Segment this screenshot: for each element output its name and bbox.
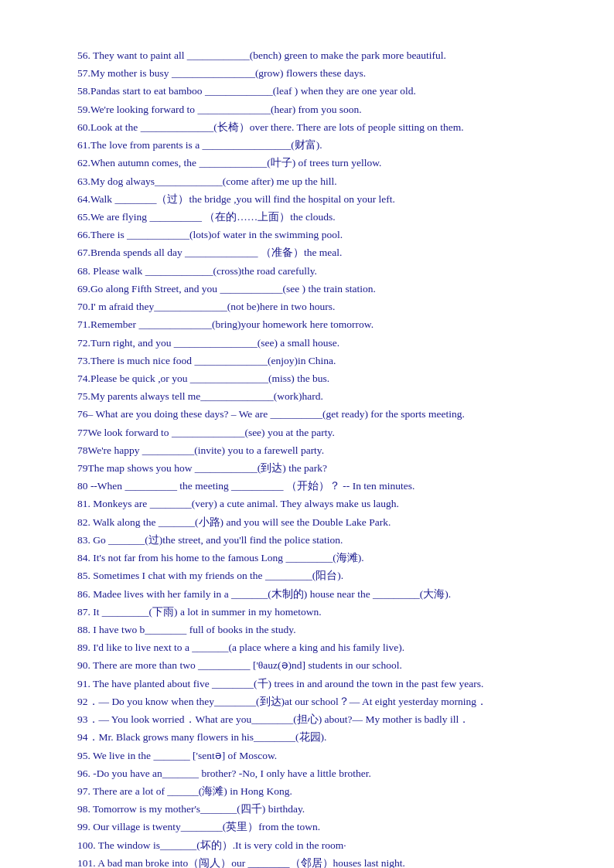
exercise-line: 81. Monkeys are ________(very) a cute an…: [77, 495, 552, 512]
exercise-line: 98. Tomorrow is my mother's_______(四千) b…: [77, 800, 552, 818]
exercise-line: 74.Please be quick ,or you _____________…: [77, 369, 552, 387]
exercise-line: 70.I' m afraid they______________(not be…: [77, 298, 552, 315]
exercise-line: 80 --When __________ the meeting _______…: [77, 477, 552, 495]
exercise-line: 82. Walk along the _______(小路) and you w…: [77, 513, 552, 531]
exercise-line: 68. Please walk _____________(cross)the …: [77, 262, 552, 280]
exercise-line: 85. Sometimes I chat with my friends on …: [77, 567, 552, 584]
exercise-line: 69.Go along Fifth Street, and you ______…: [77, 280, 552, 298]
exercise-line: 71.Remember ______________(bring)your ho…: [77, 315, 552, 333]
exercise-line: 65.We are flying __________ （在的……上面）the …: [77, 208, 552, 226]
exercise-line: 94．Mr. Black grows many flowers in his__…: [77, 728, 552, 746]
exercise-line: 97. There are a lot of ______(海滩) in Hon…: [77, 782, 552, 800]
exercise-line: 91. The have planted about five ________…: [77, 675, 552, 693]
exercise-line: 76– What are you doing these days? – We …: [77, 405, 552, 423]
exercise-line: 93．— You look worried．What are you______…: [77, 710, 552, 728]
exercise-line: 79The map shows you how ____________(到达)…: [77, 459, 552, 477]
exercise-line: 92．— Do you know when they________(到达)at…: [77, 693, 552, 710]
exercise-line: 78We're happy __________(invite) you to …: [77, 441, 552, 459]
exercise-line: 77We look forward to ______________(see)…: [77, 424, 552, 441]
exercise-line: 99. Our village is twenty________(英里）fro…: [77, 818, 552, 836]
exercise-line: 86. Madee lives with her family in a ___…: [77, 585, 552, 603]
exercise-line: 100. The window is_______(坏的）.It is very…: [77, 836, 552, 854]
exercise-line: 66.There is ____________(lots)of water i…: [77, 226, 552, 243]
exercise-line: 60.Look at the ______________(长椅）over th…: [77, 118, 552, 136]
exercise-line: 101. A bad man broke into（闯人）our _______…: [77, 854, 552, 868]
exercise-line: 87. It _________(下雨) a lot in summer in …: [77, 603, 552, 621]
main-content: 56. They want to paint all ____________(…: [77, 46, 552, 868]
exercise-line: 72.Turn right, and you ________________(…: [77, 334, 552, 352]
exercise-line: 96. -Do you have an_______ brother? -No,…: [77, 764, 552, 782]
exercise-line: 56. They want to paint all ____________(…: [77, 46, 552, 64]
exercise-line: 62.When autumn comes, the _____________(…: [77, 154, 552, 172]
exercise-line: 59.We're looking forward to ____________…: [77, 100, 552, 118]
exercise-line: 64.Walk ________（过）the bridge ,you will …: [77, 190, 552, 208]
exercise-line: 84. It's not far from his home to the fa…: [77, 549, 552, 567]
exercise-line: 95. We live in the _______ ['sentə] of M…: [77, 747, 552, 764]
exercise-line: 88. I have two b________ full of books i…: [77, 621, 552, 638]
exercise-line: 89. I'd like to live next to a _______(a…: [77, 638, 552, 656]
exercise-line: 75.My parents always tell me____________…: [77, 387, 552, 405]
exercise-line: 58.Pandas start to eat bamboo __________…: [77, 82, 552, 100]
exercise-line: 63.My dog always_____________(come after…: [77, 172, 552, 190]
exercise-line: 61.The love from parents is a __________…: [77, 136, 552, 154]
exercise-line: 90. There are more than two __________ […: [77, 656, 552, 674]
exercise-line: 57.My mother is busy ________________(gr…: [77, 64, 552, 82]
exercise-line: 83. Go _______(过)the street, and you'll …: [77, 531, 552, 549]
exercise-line: 67.Brenda spends all day ______________ …: [77, 243, 552, 261]
exercise-line: 73.There is much nice food _____________…: [77, 352, 552, 369]
